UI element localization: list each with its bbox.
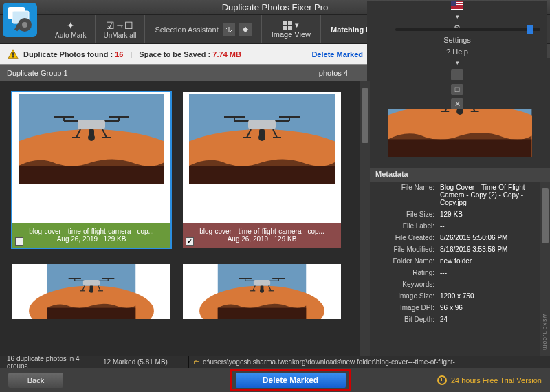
photo-card[interactable]: blog-cover---time-of-flight-camera - cop… [12,92,170,248]
metadata-value: --- [440,269,544,276]
metadata-value: 8/16/2019 3:53:56 PM [440,246,544,253]
scrollbar-thumb[interactable] [362,88,368,143]
selassist-diamond-button[interactable] [239,23,252,36]
unmark-label: UnMark all [104,32,137,39]
titlebar: Duplicate Photos Fixer Pro ▾ ⚙ Settings … [0,0,550,15]
maximize-button[interactable]: □ [451,84,463,95]
metadata-row: Image Size:1200 x 750 [370,290,550,302]
photo-thumbnail [183,92,341,223]
trial-notice: 24 hours Free Trial Version [437,375,542,385]
metadata-value: new folder [440,257,544,265]
card-date: Aug 26, 2019 [228,235,269,243]
folder-icon: 🗀 [193,358,200,366]
back-button[interactable]: Back [8,373,63,388]
matching-slider[interactable] [395,28,540,31]
metadata-row: Rating:--- [370,267,550,279]
delete-highlight: Delete Marked [230,369,351,391]
info-strip: Duplicate Photos found : 16 | Space to b… [0,44,370,65]
status-summary: 16 duplicate photos in 4 groups [0,356,96,368]
group-header: Duplicate Group 1 photos 4 [0,65,370,81]
metadata-value: 24 [440,316,544,323]
help-link[interactable]: ? Help [446,47,468,56]
metadata-value: -- [440,281,544,288]
metadata-row: Bit Depth:24 [370,314,550,325]
automark-button[interactable]: ✦ Auto Mark [47,15,96,43]
card-filename: blog-cover---time-of-flight-camera - cop… [29,228,154,235]
svg-rect-23 [12,56,14,57]
metadata-row: File Modified:8/16/2019 3:53:56 PM [370,243,550,255]
photo-thumbnail [12,92,170,223]
help-dropdown-icon[interactable]: ▾ [456,59,459,66]
card-filename: blog-cover---time-of-flight-camera - cop… [199,228,324,235]
delete-marked-link[interactable]: Delete Marked [311,50,363,58]
space-value: 7.74 MB [212,50,241,58]
selection-assistant: Selection Assistant [145,15,261,43]
bottom-bar: Back Delete Marked 24 hours Free Trial V… [0,368,550,392]
group-count: photos 4 [319,69,348,77]
selassist-label: Selection Assistant [155,25,218,34]
chevron-down-icon: ▾ [295,21,299,30]
metadata-row: Keywords:-- [370,279,550,290]
metadata-key: Rating: [373,269,440,276]
close-button[interactable]: ✕ [451,98,463,109]
photo-card[interactable] [12,264,170,319]
app-logo [3,3,37,37]
group-name: Duplicate Group 1 [7,69,68,77]
metadata-key: Bit Depth: [373,316,440,323]
card-checkbox[interactable]: ✔ [186,237,194,246]
photo-card[interactable]: blog-cover---time-of-flight-camera - cop… [183,92,341,248]
metadata-value: 8/26/2019 5:50:06 PM [440,234,544,241]
metadata-key: File Size: [373,210,440,218]
metadata-value: Blog-Cover---Time-Of-Flight-Camera - Cop… [440,184,544,206]
lang-dropdown-icon[interactable]: ▾ [456,13,459,20]
found-count: 16 [115,50,123,58]
status-path: 🗀c:\users\yogesh.sharma.tweakorg\downloa… [189,358,550,366]
clock-icon [437,375,447,385]
svg-rect-22 [12,52,14,56]
metadata-key: File Label: [373,222,440,230]
unmark-button[interactable]: ☑→☐ UnMark all [96,15,146,43]
card-size: 129 KB [104,235,126,243]
selassist-swap-button[interactable] [223,23,235,36]
warning-icon [7,48,19,61]
photo-card[interactable] [183,264,341,319]
svg-point-19 [22,22,28,28]
metadata-panel: File Name:Blog-Cover---Time-Of-Flight-Ca… [370,182,550,356]
image-view-button[interactable]: ▾ Image View [262,15,321,43]
metadata-row: Folder Name:new folder [370,255,550,267]
automark-label: Auto Mark [55,32,87,39]
card-checkbox[interactable] [15,237,23,246]
space-label: Space to be Saved : [139,50,210,58]
trial-label: 24 hours Free Trial Version [451,376,542,384]
slider-thumb[interactable] [527,25,534,34]
metadata-row: File Name:Blog-Cover---Time-Of-Flight-Ca… [370,182,550,208]
metadata-key: Image DPI: [373,304,440,312]
status-marked: 12 Marked (5.81 MB) [96,356,189,368]
metadata-key: File Created: [373,234,440,241]
metadata-header: Metadata [370,168,550,182]
metadata-key: Folder Name: [373,257,440,265]
metadata-value: 129 KB [440,210,544,218]
metadata-row: File Size:129 KB [370,208,550,220]
metadata-key: File Modified: [373,246,440,253]
metadata-row: File Label:-- [370,220,550,232]
found-label: Duplicate Photos found : [23,50,113,58]
watermark: wsxdn.com [542,314,549,351]
vertical-scrollbar[interactable] [360,81,370,356]
delete-marked-button[interactable]: Delete Marked [236,373,346,388]
metadata-value: 96 x 96 [440,304,544,312]
scrollbar-thumb[interactable] [542,188,549,243]
metadata-value: -- [440,222,544,230]
card-date: Aug 26, 2019 [57,235,98,243]
status-bar: 16 duplicate photos in 4 groups 12 Marke… [0,356,550,368]
thumbnail-area: blog-cover---time-of-flight-camera - cop… [0,81,370,356]
minimize-button[interactable]: — [451,69,463,80]
lang-flag-icon[interactable] [451,1,463,10]
wand-icon: ✦ [67,20,75,31]
svg-rect-21 [242,26,248,32]
settings-link[interactable]: Settings [443,36,471,44]
metadata-key: Image Size: [373,292,440,300]
photo-thumbnail [12,264,170,319]
grid-icon [283,21,292,30]
card-footer: blog-cover---time-of-flight-camera - cop… [183,223,341,248]
